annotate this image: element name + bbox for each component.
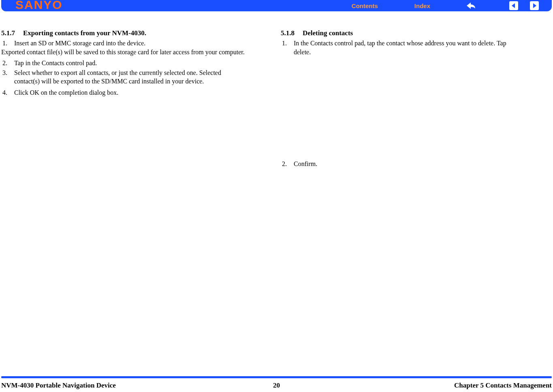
step-number: 3.	[1, 68, 14, 86]
export-note: Exported contact file(s) will be saved t…	[1, 48, 252, 57]
brand-logo: SANYO	[15, 0, 63, 12]
step-text: Select whether to export all contacts, o…	[14, 68, 241, 86]
list-item: 2. Confirm.	[281, 160, 552, 168]
step-number: 2.	[281, 160, 294, 168]
back-icon[interactable]	[465, 1, 476, 11]
list-item: 2. Tap in the Contacts control pad.	[1, 59, 273, 68]
step-text: Confirm.	[294, 160, 552, 168]
list-item: 3. Select whether to export all contacts…	[1, 68, 273, 86]
footer-chapter-title: Chapter 5 Contacts Management	[454, 381, 552, 390]
footer: NVM-4030 Portable Navigation Device 20 C…	[1, 381, 552, 390]
right-column: 5.1.8Deleting contacts 1. In the Contact…	[281, 29, 552, 168]
list-item: 1. In the Contacts control pad, tap the …	[281, 39, 552, 56]
footer-page-number: 20	[273, 381, 280, 390]
header-nav: Contents Index	[352, 0, 430, 11]
nav-contents-link[interactable]: Contents	[352, 2, 378, 9]
list-item: 4. Click OK on the completion dialog box…	[1, 88, 273, 97]
page-content: 5.1.7Exporting contacts from your NVM-40…	[1, 29, 552, 168]
list-item: 1. Insert an SD or MMC storage card into…	[1, 39, 273, 48]
next-page-icon[interactable]	[529, 1, 540, 11]
step-number: 1.	[281, 39, 294, 56]
section-title: Deleting contacts	[303, 29, 353, 37]
nav-index-link[interactable]: Index	[414, 2, 430, 9]
section-heading-5-1-7: 5.1.7Exporting contacts from your NVM-40…	[1, 29, 273, 37]
header-icons	[465, 0, 540, 11]
step-text: Tap in the Contacts control pad.	[14, 59, 273, 68]
step-number: 2.	[1, 59, 14, 68]
section-number: 5.1.7	[1, 29, 15, 37]
left-column: 5.1.7Exporting contacts from your NVM-40…	[1, 29, 281, 168]
step-text: Click OK on the completion dialog box.	[14, 88, 273, 97]
step-text: Insert an SD or MMC storage card into th…	[14, 39, 273, 48]
step-number: 1.	[1, 39, 14, 48]
footer-device-name: NVM-4030 Portable Navigation Device	[1, 381, 116, 390]
section-heading-5-1-8: 5.1.8Deleting contacts	[281, 29, 552, 37]
step-number: 4.	[1, 88, 14, 97]
section-title: Exporting contacts from your NVM-4030.	[23, 29, 146, 37]
section-number: 5.1.8	[281, 29, 295, 37]
step-text: In the Contacts control pad, tap the con…	[294, 39, 525, 56]
header-bar: SANYO Contents Index	[1, 0, 552, 11]
footer-divider	[1, 376, 552, 378]
previous-page-icon[interactable]	[508, 1, 519, 11]
